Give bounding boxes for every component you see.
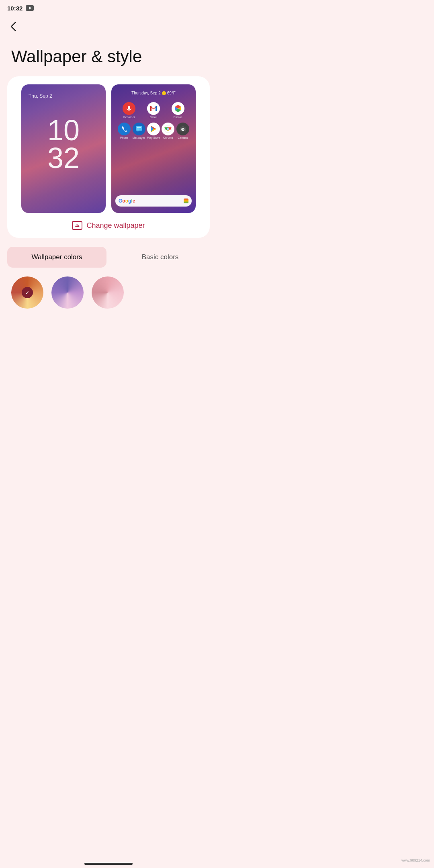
google-search-bar[interactable]: Google bbox=[115, 195, 192, 207]
app-phone-label: Phone bbox=[120, 136, 128, 139]
lock-screen-date: Thu, Sep 2 bbox=[29, 93, 52, 99]
swatch-pink[interactable] bbox=[92, 276, 124, 309]
swatch-purple[interactable] bbox=[51, 276, 84, 309]
app-recorder: Recorder bbox=[122, 102, 136, 119]
swatch-warm[interactable]: ✓ bbox=[11, 276, 43, 309]
app-row-1: Recorder Gmail bbox=[117, 102, 190, 119]
change-wallpaper-button[interactable]: Change wallpaper bbox=[15, 213, 202, 238]
app-gmail: Gmail bbox=[146, 102, 161, 119]
status-time: 10:32 bbox=[7, 5, 23, 12]
back-button[interactable] bbox=[0, 14, 217, 35]
camera-icon bbox=[176, 123, 189, 135]
messages-icon bbox=[133, 123, 145, 135]
preview-card: Thu, Sep 2 10 32 Thursday, Sep 2 69°F bbox=[7, 76, 210, 238]
status-bar: 10:32 bbox=[0, 0, 217, 14]
svg-rect-7 bbox=[136, 126, 142, 131]
home-date-weather: Thursday, Sep 2 69°F bbox=[111, 91, 196, 95]
svg-rect-3 bbox=[128, 106, 130, 110]
app-chrome: Chrome bbox=[161, 123, 175, 139]
tab-wallpaper-colors[interactable]: Wallpaper colors bbox=[7, 247, 106, 268]
google-logo: Google bbox=[119, 198, 135, 204]
recorder-icon bbox=[123, 102, 135, 115]
app-photos-label: Photos bbox=[174, 116, 182, 119]
app-messages-label: Messages bbox=[133, 136, 145, 139]
color-swatches: ✓ bbox=[0, 268, 217, 313]
svg-point-16 bbox=[182, 129, 183, 130]
app-chrome-label: Chrome bbox=[163, 136, 173, 139]
app-playstore-label: Play Store bbox=[147, 136, 160, 139]
svg-rect-5 bbox=[150, 106, 151, 111]
youtube-icon bbox=[26, 5, 34, 11]
svg-point-13 bbox=[167, 128, 169, 130]
app-grid: Recorder Gmail bbox=[117, 102, 190, 143]
svg-rect-17 bbox=[182, 126, 184, 127]
app-playstore: Play Store bbox=[146, 123, 161, 139]
app-row-2: Phone Messages bbox=[117, 123, 190, 139]
app-recorder-label: Recorder bbox=[123, 116, 135, 119]
color-tabs: Wallpaper colors Basic colors bbox=[7, 247, 210, 268]
chrome-icon bbox=[162, 123, 174, 135]
lock-screen-preview[interactable]: Thu, Sep 2 10 32 bbox=[21, 84, 106, 213]
app-messages: Messages bbox=[132, 123, 146, 139]
lock-screen-time: 10 32 bbox=[47, 117, 80, 172]
playstore-icon bbox=[147, 123, 160, 135]
change-wallpaper-label: Change wallpaper bbox=[86, 221, 145, 230]
preview-screens: Thu, Sep 2 10 32 Thursday, Sep 2 69°F bbox=[15, 84, 202, 213]
app-phone: Phone bbox=[117, 123, 131, 139]
mic-icon bbox=[184, 199, 188, 203]
app-camera-label: Camera bbox=[178, 136, 188, 139]
tab-basic-colors[interactable]: Basic colors bbox=[111, 247, 210, 268]
gmail-icon bbox=[147, 102, 160, 115]
home-screen-preview[interactable]: Thursday, Sep 2 69°F bbox=[111, 84, 196, 213]
app-camera: Camera bbox=[176, 123, 190, 139]
page-title: Wallpaper & style bbox=[0, 35, 217, 76]
app-gmail-label: Gmail bbox=[150, 116, 157, 119]
wallpaper-icon bbox=[72, 221, 82, 230]
phone-icon bbox=[118, 123, 131, 135]
app-photos: Photos bbox=[171, 102, 185, 119]
selected-check: ✓ bbox=[22, 287, 33, 298]
sun-icon bbox=[162, 91, 166, 95]
svg-rect-6 bbox=[156, 106, 157, 111]
photos-icon bbox=[172, 102, 184, 115]
